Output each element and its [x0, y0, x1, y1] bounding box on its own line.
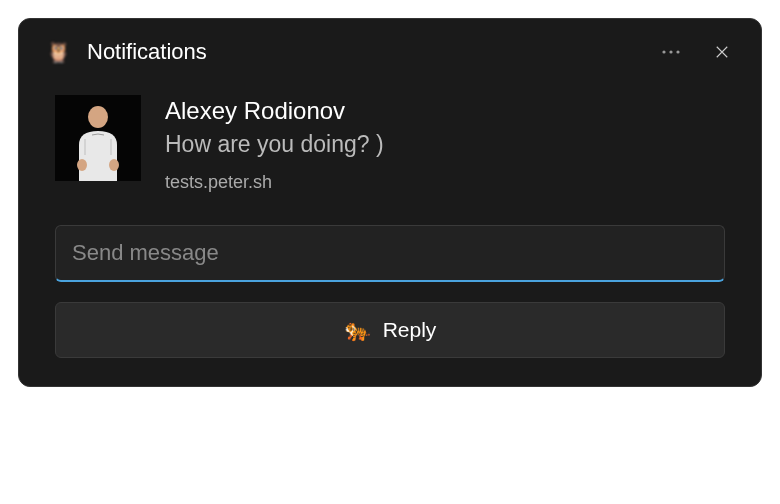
close-icon: [713, 43, 731, 61]
notification-card: 🦉 Notifications: [18, 18, 762, 387]
notification-content: Alexey Rodionov How are you doing? ) tes…: [19, 77, 761, 217]
svg-point-1: [669, 50, 672, 53]
avatar: [55, 95, 141, 181]
source-url: tests.peter.sh: [165, 172, 735, 193]
header-actions: [653, 39, 735, 65]
reply-icon: 🐅: [344, 317, 371, 343]
reply-button[interactable]: 🐅 Reply: [55, 302, 725, 358]
svg-point-2: [676, 50, 679, 53]
message-text: How are you doing? ): [165, 128, 735, 160]
svg-point-6: [109, 159, 119, 171]
svg-point-5: [77, 159, 87, 171]
svg-point-4: [88, 106, 108, 128]
message-content: Alexey Rodionov How are you doing? ) tes…: [165, 95, 735, 193]
more-options-button[interactable]: [653, 45, 689, 59]
reply-button-label: Reply: [383, 318, 437, 342]
input-area: [19, 217, 761, 290]
notification-header: 🦉 Notifications: [19, 19, 761, 77]
avatar-image: [55, 95, 141, 181]
svg-point-0: [662, 50, 665, 53]
app-title: Notifications: [87, 39, 653, 65]
app-icon: 🦉: [45, 39, 71, 65]
close-button[interactable]: [709, 39, 735, 65]
sender-name: Alexey Rodionov: [165, 95, 735, 126]
button-area: 🐅 Reply: [19, 290, 761, 358]
message-input[interactable]: [55, 225, 725, 282]
ellipsis-icon: [661, 49, 681, 55]
